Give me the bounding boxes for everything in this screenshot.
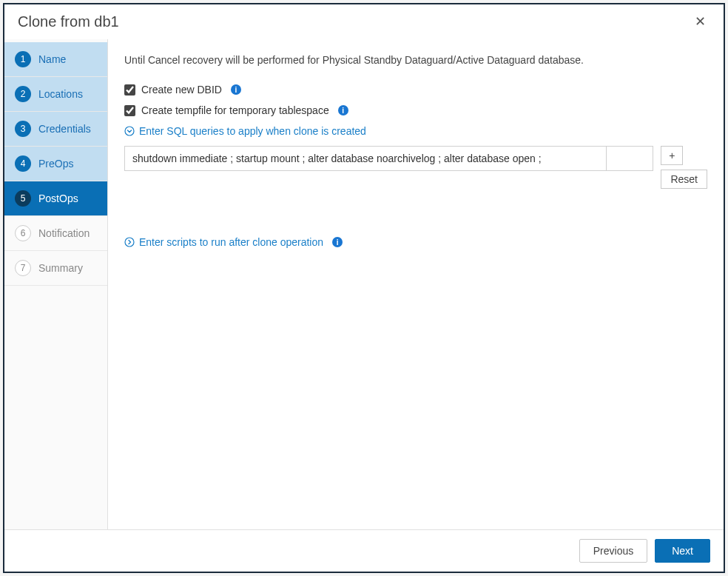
sql-section-toggle[interactable]: Enter SQL queries to apply when clone is… — [124, 125, 707, 137]
create-tempfile-label: Create tempfile for temporary tablespace — [141, 104, 329, 116]
step-label: Summary — [38, 262, 83, 274]
checkbox-row-tempfile: Create tempfile for temporary tablespace… — [124, 104, 707, 116]
sql-area: + Reset — [124, 146, 707, 189]
dialog-title: Clone from db1 — [18, 13, 119, 30]
checkbox-row-dbid: Create new DBID i — [124, 84, 707, 96]
clone-dialog: Clone from db1 ✕ 1 Name 2 Locations 3 Cr… — [3, 3, 725, 573]
step-number: 2 — [15, 86, 31, 102]
close-icon: ✕ — [695, 14, 706, 29]
info-icon[interactable]: i — [338, 105, 348, 115]
step-number: 5 — [15, 190, 31, 207]
step-locations[interactable]: 2 Locations — [4, 77, 107, 112]
sql-extra-cell — [607, 147, 653, 170]
step-label: PostOps — [38, 192, 78, 204]
next-button[interactable]: Next — [655, 539, 710, 563]
step-number: 6 — [15, 225, 31, 241]
step-preops[interactable]: 4 PreOps — [4, 147, 107, 181]
previous-button[interactable]: Previous — [579, 539, 647, 563]
sql-section-label: Enter SQL queries to apply when clone is… — [139, 125, 366, 137]
step-label: Notification — [38, 227, 90, 239]
step-label: PreOps — [38, 158, 73, 170]
info-icon[interactable]: i — [231, 84, 241, 95]
expand-down-icon — [124, 126, 135, 136]
step-number: 4 — [15, 155, 31, 172]
step-summary[interactable]: 7 Summary — [4, 251, 107, 286]
dialog-footer: Previous Next — [4, 529, 724, 572]
step-label: Name — [38, 53, 66, 65]
step-name[interactable]: 1 Name — [4, 42, 107, 77]
scripts-section-toggle[interactable]: Enter scripts to run after clone operati… — [124, 236, 323, 248]
step-label: Credentials — [38, 123, 91, 135]
step-number: 3 — [15, 121, 31, 137]
step-number: 1 — [15, 51, 31, 67]
create-dbid-label: Create new DBID — [141, 84, 222, 96]
create-tempfile-checkbox[interactable] — [124, 105, 135, 116]
scripts-section-label: Enter scripts to run after clone operati… — [139, 236, 323, 248]
dialog-header: Clone from db1 ✕ — [4, 4, 724, 38]
step-label: Locations — [38, 88, 83, 100]
reset-sql-button[interactable]: Reset — [661, 170, 707, 189]
wizard-sidebar: 1 Name 2 Locations 3 Credentials 4 PreOp… — [4, 39, 108, 529]
step-credentials[interactable]: 3 Credentials — [4, 112, 107, 147]
scripts-section: Enter scripts to run after clone operati… — [124, 236, 707, 248]
info-icon[interactable]: i — [332, 237, 343, 247]
dialog-body: 1 Name 2 Locations 3 Credentials 4 PreOp… — [4, 38, 724, 529]
step-number: 7 — [15, 260, 31, 276]
create-dbid-checkbox[interactable] — [124, 84, 135, 96]
main-panel: Until Cancel recovery will be performed … — [108, 39, 724, 529]
step-postops[interactable]: 5 PostOps — [4, 181, 107, 216]
svg-point-0 — [125, 127, 134, 135]
add-sql-button[interactable]: + — [661, 146, 683, 165]
close-button[interactable]: ✕ — [690, 12, 710, 31]
expand-right-icon — [124, 237, 135, 247]
intro-text: Until Cancel recovery will be performed … — [124, 54, 707, 66]
sql-input-row — [124, 146, 653, 171]
sql-query-input[interactable] — [125, 147, 607, 170]
svg-point-1 — [125, 238, 134, 247]
step-notification[interactable]: 6 Notification — [4, 216, 107, 251]
sql-side-buttons: + Reset — [661, 146, 707, 189]
